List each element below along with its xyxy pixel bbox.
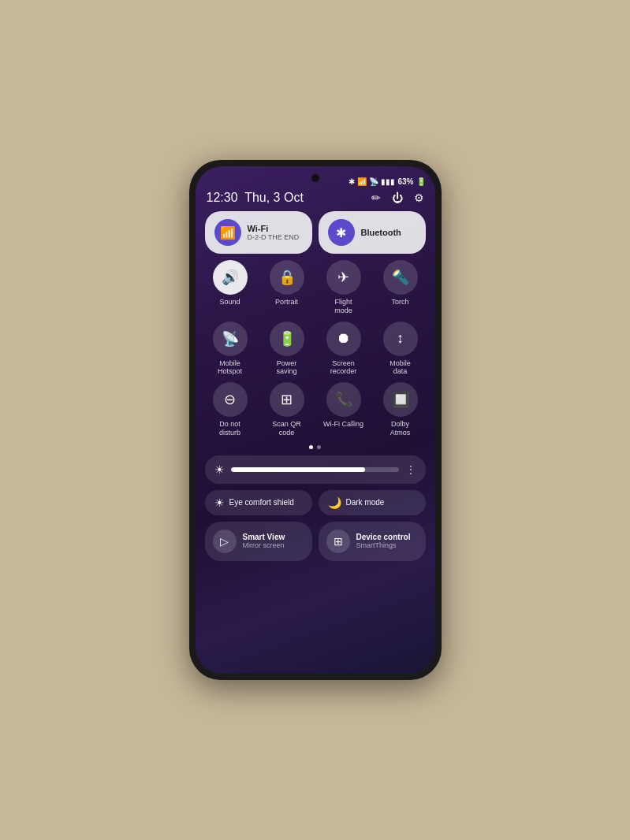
bottom-actions: ▷ Smart View Mirror screen ⊞ Device cont… — [196, 522, 435, 561]
brightness-more-icon[interactable]: ⋮ — [405, 463, 416, 476]
brightness-icon: ☀ — [214, 463, 225, 476]
hotspot-icon: 📡 — [213, 322, 248, 356]
datetime-row: 12:30 Thu, 3 Oct ✏ ⏻ ⚙ — [196, 189, 435, 211]
brightness-section: ☀ ⋮ — [196, 455, 435, 484]
wifi-subtitle: D-2-D THE END — [248, 233, 300, 241]
qs-mobile-data[interactable]: ↕ Mobiledata — [375, 322, 426, 377]
sound-label: Sound — [219, 298, 240, 307]
phone-screen: ✱ 📶 📡 ▮▮▮ 63% 🔋 12:30 Thu, 3 Oct ✏ ⏻ ⚙ 📶 — [196, 166, 435, 674]
device-control-title: Device control — [356, 533, 411, 541]
dark-mode-icon: 🌙 — [328, 496, 341, 509]
brightness-card: ☀ ⋮ — [205, 455, 426, 484]
wifi-label: Wi-Fi D-2-D THE END — [248, 224, 300, 241]
bluetooth-icon: ✱ — [328, 219, 355, 246]
dots-pagination — [196, 445, 435, 449]
device-control-sub: SmartThings — [356, 541, 411, 549]
qs-qr[interactable]: ⊞ Scan QRcode — [262, 382, 312, 437]
bluetooth-label: Bluetooth — [361, 228, 401, 237]
qs-flight[interactable]: ✈ Flightmode — [319, 260, 369, 315]
wifi-calling-icon: 📞 — [326, 382, 361, 417]
dot-2[interactable] — [317, 445, 321, 449]
torch-label: Torch — [391, 298, 408, 307]
device-control-action[interactable]: ⊞ Device control SmartThings — [319, 522, 426, 561]
status-icons: ✱ 📶 📡 ▮▮▮ 63% 🔋 — [349, 177, 425, 186]
qs-sound[interactable]: 🔊 Sound — [205, 260, 255, 315]
bluetooth-title: Bluetooth — [361, 228, 401, 237]
qs-torch[interactable]: 🔦 Torch — [375, 260, 426, 315]
hotspot-label: MobileHotspot — [218, 359, 242, 377]
phone-outer: ✱ 📶 📡 ▮▮▮ 63% 🔋 12:30 Thu, 3 Oct ✏ ⏻ ⚙ 📶 — [189, 160, 442, 680]
bluetooth-status-icon: ✱ — [349, 177, 355, 186]
dark-mode-item[interactable]: 🌙 Dark mode — [319, 490, 426, 515]
qr-label: Scan QRcode — [272, 420, 301, 437]
qs-dolby[interactable]: 🔲 DolbyAtmos — [375, 382, 426, 437]
datetime-actions: ✏ ⏻ ⚙ — [371, 191, 424, 204]
dnd-icon: ⊖ — [213, 382, 248, 417]
device-control-labels: Device control SmartThings — [356, 533, 411, 549]
wifi-calling-label: Wi-Fi Calling — [323, 420, 363, 429]
smart-view-icon: ▷ — [213, 530, 237, 553]
eye-comfort-icon: ☀ — [214, 496, 225, 509]
quick-settings-grid: 🔊 Sound 🔒 Portrait ✈ Flightmode 🔦 Torch … — [196, 260, 435, 437]
mobile-data-label: Mobiledata — [390, 359, 411, 377]
qs-wifi-calling[interactable]: 📞 Wi-Fi Calling — [319, 382, 369, 437]
settings-icon[interactable]: ⚙ — [414, 191, 424, 204]
bluetooth-toggle[interactable]: ✱ Bluetooth — [319, 211, 426, 254]
signal-icon: 📡 — [369, 177, 378, 186]
device-control-icon: ⊞ — [326, 530, 350, 553]
power-saving-label: Powersaving — [276, 359, 296, 377]
smart-view-title: Smart View — [243, 533, 285, 541]
datetime-display: 12:30 Thu, 3 Oct — [207, 191, 304, 205]
eye-comfort-item[interactable]: ☀ Eye comfort shield — [205, 490, 312, 515]
mobile-data-icon: ↕ — [383, 322, 418, 356]
power-icon[interactable]: ⏻ — [392, 191, 403, 204]
wifi-title: Wi-Fi — [248, 224, 300, 233]
battery-text: 63% — [397, 177, 413, 186]
wifi-icon: 📶 — [214, 219, 241, 246]
qs-power-saving[interactable]: 🔋 Powersaving — [262, 322, 312, 377]
camera-dot — [311, 174, 319, 182]
qs-portrait[interactable]: 🔒 Portrait — [262, 260, 312, 315]
qs-dnd[interactable]: ⊖ Do notdisturb — [205, 382, 255, 437]
edit-icon[interactable]: ✏ — [371, 191, 381, 204]
screen-recorder-label: Screenrecorder — [330, 359, 357, 377]
smart-view-sub: Mirror screen — [243, 541, 285, 549]
smart-view-labels: Smart View Mirror screen — [243, 533, 285, 549]
sound-icon: 🔊 — [213, 260, 248, 295]
brightness-fill — [231, 467, 365, 472]
qs-screen-recorder[interactable]: ⏺ Screenrecorder — [319, 322, 369, 377]
dolby-label: DolbyAtmos — [390, 420, 411, 437]
portrait-icon: 🔒 — [270, 260, 304, 295]
smart-view-action[interactable]: ▷ Smart View Mirror screen — [205, 522, 312, 561]
main-toggles: 📶 Wi-Fi D-2-D THE END ✱ Bluetooth — [196, 211, 435, 254]
wifi-status-icon: 📶 — [357, 177, 367, 186]
flight-icon: ✈ — [326, 260, 361, 295]
portrait-label: Portrait — [275, 298, 298, 307]
dolby-icon: 🔲 — [383, 382, 418, 417]
battery-icon: 🔋 — [416, 177, 426, 186]
dnd-label: Do notdisturb — [219, 420, 240, 437]
qr-icon: ⊞ — [270, 382, 304, 417]
dark-mode-label: Dark mode — [346, 498, 385, 507]
signal-bars-icon: ▮▮▮ — [381, 177, 395, 186]
brightness-bar[interactable] — [231, 467, 399, 472]
eye-comfort-label: Eye comfort shield — [229, 498, 294, 507]
power-saving-icon: 🔋 — [270, 322, 304, 356]
flight-label: Flightmode — [334, 298, 352, 315]
comfort-row: ☀ Eye comfort shield 🌙 Dark mode — [196, 490, 435, 515]
torch-icon: 🔦 — [383, 260, 418, 295]
qs-hotspot[interactable]: 📡 MobileHotspot — [205, 322, 255, 377]
wifi-toggle[interactable]: 📶 Wi-Fi D-2-D THE END — [205, 211, 312, 254]
dot-1[interactable] — [309, 445, 313, 449]
screen-recorder-icon: ⏺ — [326, 322, 361, 356]
